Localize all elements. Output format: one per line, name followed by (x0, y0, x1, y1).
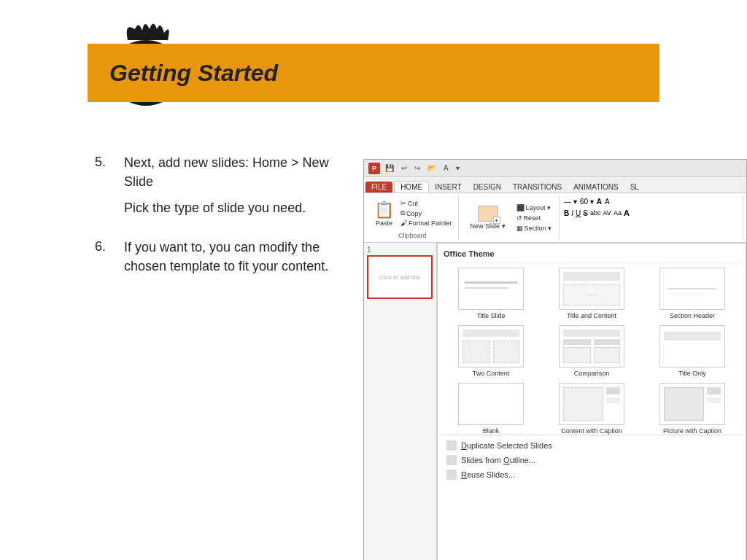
layout-comparison[interactable]: Comparison (544, 325, 639, 377)
slide-number: 1 (367, 246, 433, 254)
duplicate-label: Duplicate Selected Slides (461, 441, 552, 450)
duplicate-slides-item[interactable]: Duplicate Selected Slides (441, 438, 743, 453)
section-button[interactable]: ▦ Section ▾ (515, 224, 554, 233)
save-btn[interactable]: 💾 (383, 163, 396, 173)
outline-label: Slides from Outline... (461, 456, 535, 464)
office-theme-title: Office Theme (441, 246, 743, 263)
list-text-5-sub: Pick the type of slide you need. (124, 198, 357, 217)
copy-button[interactable]: ⧉ Copy (399, 209, 454, 218)
reuse-icon (446, 470, 457, 480)
duplicate-icon (446, 440, 457, 451)
layout-blank[interactable]: Blank (444, 383, 538, 435)
clipboard-small-btns: ✂ Cut ⧉ Copy 🖌 Format Painter (399, 199, 454, 228)
outline-icon (446, 455, 457, 465)
clipboard-label: Clipboard (398, 230, 427, 239)
paste-button[interactable]: 📋 Paste (371, 199, 397, 228)
list-num-5: 5. (95, 153, 124, 217)
dropdown-menu: Duplicate Selected Slides Slides from Ou… (441, 435, 743, 485)
redo-btn[interactable]: ↪ (412, 163, 422, 173)
tab-more[interactable]: SL (624, 182, 645, 192)
tab-file[interactable]: FILE (365, 182, 392, 192)
reset-button[interactable]: ↺ Reset (515, 214, 554, 222)
layout-label-comparison: Comparison (574, 370, 610, 377)
layout-label-title-slide: Title Slide (476, 312, 505, 319)
office-theme-dropdown: Office Theme Title Slide ⋯ (437, 243, 746, 560)
tab-home[interactable]: HOME (394, 181, 429, 192)
cut-button[interactable]: ✂ Cut (399, 199, 454, 208)
ribbon-tabs: FILE HOME INSERT DESIGN TRANSITIONS ANIM… (364, 177, 746, 193)
tab-transitions[interactable]: TRANSITIONS (507, 182, 568, 192)
list-num-6: 6. (95, 238, 124, 276)
layout-label-two-content: Two Content (473, 370, 510, 377)
layout-title-slide[interactable]: Title Slide (444, 268, 538, 319)
tab-insert[interactable]: INSERT (429, 182, 468, 192)
list-text-5: Next, add new slides: Home > New Slide (124, 153, 357, 191)
layout-section-header[interactable]: Section Header (645, 268, 740, 319)
ppt-body: 1 Click to add title Office Theme Title … (364, 243, 746, 560)
layout-title-content[interactable]: ⋯ Title and Content (544, 268, 639, 319)
dropdown-btn[interactable]: ▾ (454, 163, 462, 173)
tab-animations[interactable]: ANIMATIONS (568, 182, 624, 192)
clipboard-btns: 📋 Paste ✂ Cut ⧉ Copy 🖌 Format Painter (371, 196, 454, 230)
font-group: — ▾ 60 ▾ A A B I U S abc AV Aa A (561, 195, 743, 241)
slides-group: + New Slide ▾ ⬛ Layout ▾ ↺ Reset ▦ (460, 195, 560, 241)
new-slide-button[interactable]: + New Slide ▾ (466, 204, 510, 231)
format-painter-button[interactable]: 🖌 Format Painter (399, 219, 454, 228)
layout-picture-caption[interactable]: Picture with Caption (645, 383, 740, 435)
layout-content-caption[interactable]: Content with Caption (544, 383, 639, 435)
ppt-window: P 💾 ↩ ↪ 📂 A ▾ FILE HOME INSERT DESIGN TR… (363, 159, 747, 560)
layout-button[interactable]: ⬛ Layout ▾ (515, 203, 554, 212)
open-btn[interactable]: 📂 (425, 163, 438, 173)
content-area: 5. Next, add new slides: Home > New Slid… (95, 153, 357, 296)
tab-design[interactable]: DESIGN (468, 182, 507, 192)
slide-layouts-grid: Title Slide ⋯ Title and Content (441, 268, 743, 435)
layout-label-content-caption: Content with Caption (561, 427, 622, 435)
reuse-label: Reuse Slides... (461, 470, 515, 479)
clipboard-group: 📋 Paste ✂ Cut ⧉ Copy 🖌 Format Painter (367, 195, 459, 241)
layout-two-content[interactable]: Two Content (444, 325, 538, 377)
ribbon: 📋 Paste ✂ Cut ⧉ Copy 🖌 Format Painter (364, 193, 746, 243)
reuse-slides-item[interactable]: Reuse Slides... (441, 467, 743, 482)
undo-btn[interactable]: ↩ (399, 163, 409, 173)
layout-label-title-only: Title Only (678, 370, 706, 377)
list-item-6: 6. If you want to, you can modify the ch… (95, 238, 357, 276)
slides-btns: + New Slide ▾ ⬛ Layout ▾ ↺ Reset ▦ (466, 196, 554, 239)
ppt-titlebar: P 💾 ↩ ↪ 📂 A ▾ (364, 160, 746, 177)
layout-label-title-content: Title and Content (567, 312, 616, 319)
header-banner: Getting Started (88, 44, 659, 102)
powerpoint-icon: P (368, 163, 380, 174)
layout-title-only[interactable]: Title Only (645, 325, 740, 377)
list-item-5: 5. Next, add new slides: Home > New Slid… (95, 153, 357, 217)
slides-outline-item[interactable]: Slides from Outline... (441, 453, 743, 467)
header-title: Getting Started (109, 60, 278, 87)
layout-label-picture-caption: Picture with Caption (663, 427, 721, 435)
font-btn[interactable]: A (441, 163, 451, 173)
layout-label-section-header: Section Header (670, 312, 715, 319)
layout-label-blank: Blank (483, 427, 500, 435)
slides-panel: 1 Click to add title (364, 243, 437, 560)
list-text-6: If you want to, you can modify the chose… (124, 238, 357, 276)
slide-thumbnail[interactable]: Click to add title (367, 255, 433, 299)
